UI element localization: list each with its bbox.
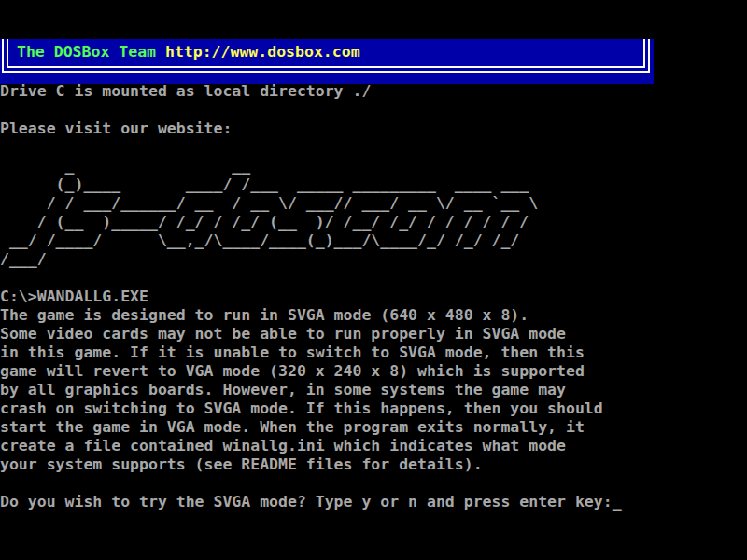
dosbox-url: http://www.dosbox.com: [165, 43, 360, 61]
text-cursor[interactable]: _: [613, 493, 622, 511]
terminal-output: Drive C is mounted as local directory ./…: [0, 82, 603, 474]
svga-prompt-text: Do you wish to try the SVGA mode? Type y…: [0, 493, 613, 511]
dosbox-team-label: The DOSBox Team: [17, 43, 165, 61]
dosbox-banner: The DOSBox Team http://www.dosbox.com: [0, 39, 654, 84]
dosbox-screen[interactable]: The DOSBox Team http://www.dosbox.com Dr…: [0, 0, 747, 560]
prompt-line[interactable]: Do you wish to try the SVGA mode? Type y…: [0, 493, 622, 511]
banner-text: The DOSBox Team http://www.dosbox.com: [17, 43, 360, 62]
